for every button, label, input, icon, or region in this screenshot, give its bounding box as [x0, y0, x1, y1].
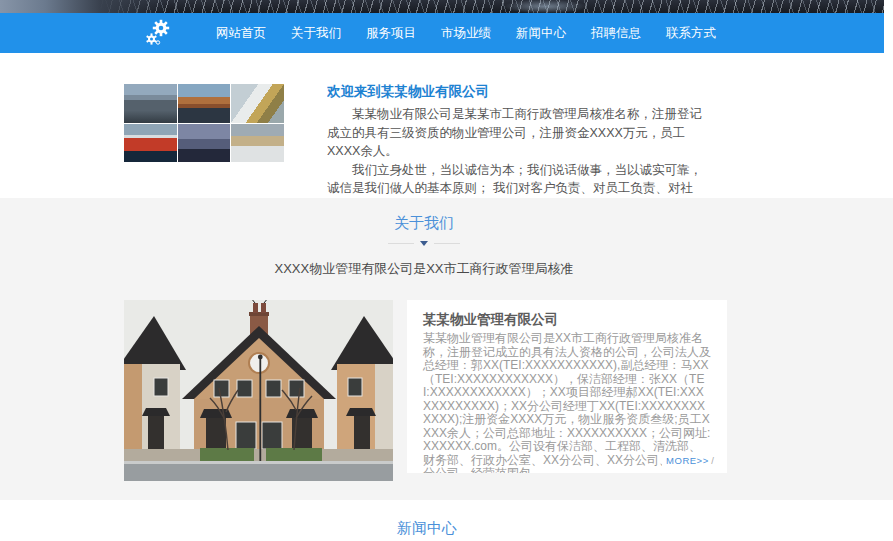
- news-section-header: 新闻中心: [0, 500, 854, 538]
- divider-line: [388, 243, 414, 244]
- welcome-paragraph-1: 某某物业有限公司是某某市工商行政管理局核准名称，注册登记成立的具有三级资质的物业…: [327, 105, 705, 161]
- about-info-box: 某某物业管理有限公司 某某物业管理有限公司是XX市工商行政管理局核准名称，注册登…: [407, 300, 727, 473]
- about-box-text: 某某物业管理有限公司是XX市工商行政管理局核准名称，注册登记成立的具有法人资格的…: [423, 332, 711, 473]
- nav-item-services[interactable]: 服务项目: [366, 25, 416, 42]
- nav-item-home[interactable]: 网站首页: [216, 25, 266, 42]
- city-skyline-photo: [124, 84, 177, 123]
- about-section: 关于我们 XXXX物业管理有限公司是XX市工商行政管理局核准: [0, 198, 893, 500]
- nav-item-market[interactable]: 市场业绩: [441, 25, 491, 42]
- about-subtitle: XXXX物业管理有限公司是XX市工商行政管理局核准: [0, 260, 848, 278]
- residential-houses-photo: [124, 300, 393, 481]
- nav-menu: 网站首页关于我们服务项目市场业绩新闻中心招聘信息联系方式: [216, 13, 741, 53]
- rooftop-pattern-photo: [0, 0, 884, 13]
- nav-item-news[interactable]: 新闻中心: [516, 25, 566, 42]
- harbor-dusk-photo: [178, 124, 231, 163]
- nav-item-about[interactable]: 关于我们: [291, 25, 341, 42]
- port-cranes-photo: [178, 84, 231, 123]
- news-section-title[interactable]: 新闻中心: [397, 519, 457, 538]
- about-box-title: 某某物业管理有限公司: [423, 311, 711, 329]
- more-suffix: /: [711, 455, 714, 466]
- more-wrap: MORE>> /: [662, 455, 714, 466]
- caret-down-icon: [420, 241, 428, 246]
- workers-pipe-photo: [231, 84, 284, 123]
- news-section: 新闻中心: [0, 500, 893, 541]
- main-navbar: 网站首页关于我们服务项目市场业绩新闻中心招聘信息联系方式: [0, 13, 884, 53]
- more-link[interactable]: MORE>>: [666, 455, 709, 466]
- page: 网站首页关于我们服务项目市场业绩新闻中心招聘信息联系方式 欢迎来到某某物业有限公…: [0, 0, 893, 541]
- divider-line: [434, 243, 460, 244]
- nav-item-contact[interactable]: 联系方式: [666, 25, 716, 42]
- section-divider: [0, 239, 848, 249]
- about-section-header: 关于我们 XXXX物业管理有限公司是XX市工商行政管理局核准: [0, 198, 848, 278]
- welcome-paragraph-2: 我们立身处世，当以诚信为本；我们说话做事，当以诚实可靠，诚信是我们做人的基本原则…: [327, 161, 705, 198]
- about-section-title[interactable]: 关于我们: [394, 214, 454, 233]
- welcome-title: 欢迎来到某某物业有限公司: [327, 83, 705, 101]
- red-ship-photo: [124, 124, 177, 163]
- welcome-section: 欢迎来到某某物业有限公司 某某物业有限公司是某某市工商行政管理局核准名称，注册登…: [0, 53, 893, 198]
- welcome-text-block: 欢迎来到某某物业有限公司 某某物业有限公司是某某市工商行政管理局核准名称，注册登…: [327, 83, 705, 197]
- gears-logo-icon: [142, 18, 172, 48]
- nav-item-jobs[interactable]: 招聘信息: [591, 25, 641, 42]
- company-photo-collage: [124, 84, 284, 162]
- workers-panel-photo: [231, 124, 284, 163]
